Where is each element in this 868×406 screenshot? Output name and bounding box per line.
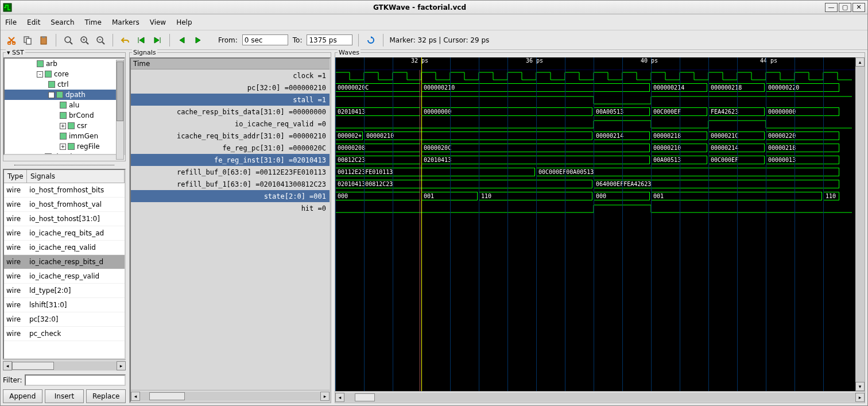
- expander-icon[interactable]: +: [37, 154, 43, 156]
- waves-panel: Waves 32 ps36 ps40 ps44 ps 00000020C0000…: [335, 52, 865, 403]
- tree-item[interactable]: +regFile: [5, 141, 124, 152]
- maximize-button[interactable]: ▢: [839, 3, 851, 12]
- append-button[interactable]: Append: [3, 389, 42, 403]
- zoom-in-icon[interactable]: [78, 34, 91, 47]
- to-input[interactable]: [307, 34, 352, 45]
- wave-track[interactable]: [335, 70, 855, 82]
- menu-view[interactable]: View: [150, 18, 166, 26]
- copy-icon[interactable]: [21, 34, 34, 47]
- tree-item[interactable]: ctrl: [5, 79, 124, 90]
- signal-value-row[interactable]: clock =1: [131, 69, 330, 82]
- signal-row[interactable]: wireio_host_fromhost_val: [4, 198, 125, 212]
- close-button[interactable]: ✕: [852, 3, 865, 12]
- signal-row[interactable]: wireld_type[2:0]: [4, 284, 125, 298]
- waves-vscroll[interactable]: ▴▾: [855, 57, 865, 391]
- paste-icon[interactable]: [37, 34, 50, 47]
- wave-canvas[interactable]: 32 ps36 ps40 ps44 ps 00000020C0000002100…: [335, 57, 855, 391]
- menu-markers[interactable]: Markers: [112, 18, 140, 26]
- svg-line-14: [102, 42, 104, 44]
- tree-item[interactable]: brCond: [5, 110, 124, 121]
- signal-row[interactable]: wireio_icache_req_bits_ad: [4, 226, 125, 241]
- signal-value-row[interactable]: pc[32:0] =000000210: [131, 82, 330, 94]
- signal-value-row[interactable]: state[2:0] =001: [131, 190, 330, 202]
- tree-item[interactable]: -dpath: [5, 90, 124, 100]
- signal-value-row[interactable]: fe_reg_inst[31:0] =02010413: [131, 154, 330, 166]
- tree-item[interactable]: -core: [5, 69, 124, 79]
- tree-item[interactable]: alu: [5, 100, 124, 110]
- tree-item[interactable]: +csr: [5, 121, 124, 131]
- col-signals[interactable]: Signals: [27, 170, 125, 183]
- expander-icon[interactable]: +: [60, 144, 66, 150]
- reload-icon[interactable]: [365, 34, 377, 47]
- hierarchy-tree[interactable]: arb-corectrl-dpathalubrCond+csrimmGen+re…: [3, 57, 125, 155]
- signal-row[interactable]: wireio_icache_resp_bits_d: [4, 255, 125, 269]
- nav-next-icon[interactable]: [192, 34, 204, 47]
- signal-row[interactable]: wirelshift[31:0]: [4, 298, 125, 312]
- from-input[interactable]: [242, 34, 288, 45]
- module-icon: [68, 122, 75, 129]
- module-icon: [45, 71, 52, 78]
- time-header: Time: [131, 59, 330, 69]
- signal-row[interactable]: wireio_host_tohost[31:0]: [4, 212, 125, 226]
- tree-item[interactable]: +dcache: [5, 152, 124, 155]
- signal-value-row[interactable]: refill_buf_1[63:0] =0201041300812C23: [131, 178, 330, 190]
- tree-item[interactable]: immGen: [5, 131, 124, 141]
- signal-row[interactable]: wireio_icache_resp_valid: [4, 269, 125, 284]
- nav-end-icon[interactable]: [151, 34, 164, 47]
- expander-icon[interactable]: +: [60, 123, 66, 129]
- signal-list[interactable]: wireio_host_fromhost_bitswireio_host_fro…: [4, 183, 125, 358]
- waves-hscroll[interactable]: ◂▸: [335, 391, 865, 403]
- wave-track[interactable]: 00000020C0000002100000002140000002180000…: [335, 82, 855, 94]
- zoom-fit-icon[interactable]: [62, 34, 75, 47]
- wave-track[interactable]: [335, 118, 855, 130]
- cut-icon[interactable]: [5, 34, 18, 47]
- signal-value-row[interactable]: cache_resp_bits_data[31:0] =00000000: [131, 106, 330, 118]
- signal-row[interactable]: wireio_icache_req_valid: [4, 241, 125, 255]
- menu-time[interactable]: Time: [85, 18, 102, 26]
- tree-scrollbar[interactable]: [116, 60, 124, 160]
- filter-input[interactable]: [25, 374, 126, 386]
- zoom-out-icon[interactable]: [94, 34, 107, 47]
- replace-button[interactable]: Replace: [86, 389, 126, 403]
- titlebar: GTKWave - factorial.vcd — ▢ ✕: [1, 1, 867, 14]
- nav-prev-icon[interactable]: [176, 34, 188, 47]
- nav-start-icon[interactable]: [135, 34, 148, 47]
- wave-value: 00A00513: [594, 107, 650, 116]
- col-type[interactable]: Type: [4, 170, 27, 183]
- wave-track[interactable]: 0201041300812C23064000EFFEA42623: [335, 179, 855, 191]
- wave-track[interactable]: 000001110000001110: [335, 191, 855, 203]
- menu-file[interactable]: File: [5, 18, 17, 26]
- tree-item[interactable]: arb: [5, 59, 124, 69]
- wave-track[interactable]: 020104130000000000A0051300C000EFFEA42623…: [335, 106, 855, 118]
- menu-search[interactable]: Search: [51, 18, 74, 26]
- signal-row[interactable]: wirepc[32:0]: [4, 312, 125, 327]
- expander-icon[interactable]: -: [37, 71, 43, 78]
- signal-value-row[interactable]: fe_reg_pc[31:0] =0000020C: [131, 142, 330, 154]
- signal-row[interactable]: wirepc_check: [4, 327, 125, 341]
- signal-value-row[interactable]: io_icache_req_valid =0: [131, 118, 330, 130]
- signals-hscroll[interactable]: ◂▸: [131, 390, 330, 401]
- undo-icon[interactable]: [119, 34, 131, 47]
- expander-icon[interactable]: -: [48, 92, 55, 98]
- siglist-hscroll[interactable]: ◂▸: [3, 359, 126, 371]
- signal-value-row[interactable]: icache_req_bits_addr[31:0] =00000210: [131, 130, 330, 142]
- wave-value: 000: [335, 192, 420, 200]
- wave-track[interactable]: 00112E23FE01011300C000EF00A00513: [335, 167, 855, 179]
- wave-track[interactable]: [335, 94, 855, 106]
- wave-track[interactable]: [335, 203, 855, 215]
- wave-track[interactable]: 000002+0000021000000214000002180000021C0…: [335, 130, 855, 142]
- wave-track[interactable]: 000002080000020C000002100000021400000218: [335, 142, 855, 154]
- wave-track[interactable]: 00812C230201041300A0051300C000EF00000013: [335, 154, 855, 167]
- menu-edit[interactable]: Edit: [27, 18, 40, 26]
- insert-button[interactable]: Insert: [45, 389, 84, 403]
- signal-value-row[interactable]: stall =1: [131, 94, 330, 106]
- signal-value-row[interactable]: hit =0: [131, 202, 330, 214]
- wave-value: 0201041300812C23: [335, 180, 592, 188]
- marker-line[interactable]: [421, 57, 422, 391]
- signal-row[interactable]: wireio_host_fromhost_bits: [4, 183, 125, 198]
- sst-title: SST: [12, 49, 24, 56]
- wave-value: 02010413: [421, 156, 650, 164]
- minimize-button[interactable]: —: [825, 3, 838, 12]
- menu-help[interactable]: Help: [176, 18, 192, 26]
- signal-value-row[interactable]: refill_buf_0[63:0] =00112E23FE010113: [131, 166, 330, 178]
